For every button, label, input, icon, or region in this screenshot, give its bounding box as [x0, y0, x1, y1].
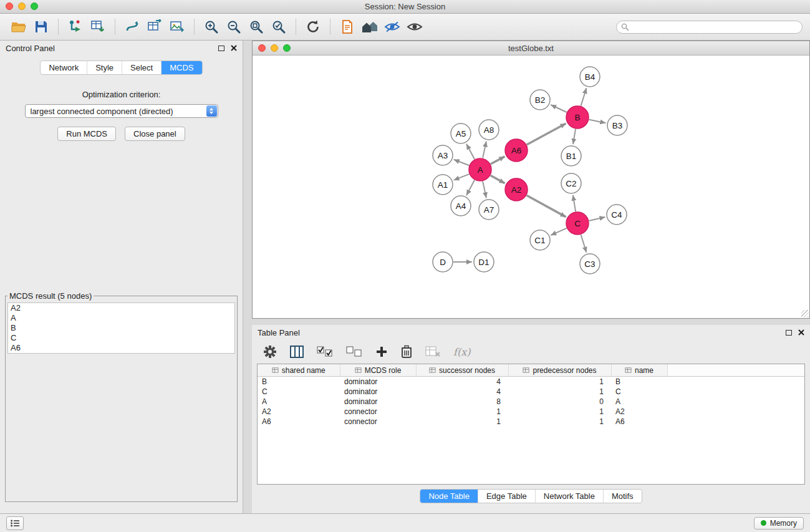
- graph-edge-A-A3[interactable]: [454, 160, 470, 165]
- graph-edge-A-A8[interactable]: [483, 142, 486, 158]
- graph-edge-A-A6[interactable]: [491, 157, 505, 164]
- tab-motifs[interactable]: Motifs: [604, 490, 642, 503]
- graph-edge-A2-C[interactable]: [527, 195, 566, 217]
- table-row[interactable]: A2connector11A2: [258, 407, 804, 417]
- open-session-button[interactable]: [7, 16, 30, 37]
- close-panel-icon[interactable]: [231, 45, 237, 51]
- zoom-fit-button[interactable]: [245, 16, 268, 37]
- tab-node-table[interactable]: Node Table: [420, 490, 478, 503]
- report-button[interactable]: [336, 16, 359, 37]
- graph-node-A6[interactable]: A6: [505, 139, 528, 162]
- graph-node-B2[interactable]: B2: [530, 90, 550, 110]
- graph-node-C4[interactable]: C4: [607, 205, 627, 225]
- close-panel-button[interactable]: Close panel: [125, 127, 185, 141]
- graph-node-A7[interactable]: A7: [479, 200, 499, 220]
- minimize-network-window-button[interactable]: [271, 44, 278, 52]
- mcds-result-list[interactable]: A2ABCA6: [7, 302, 235, 354]
- function-builder-button[interactable]: f(x): [453, 346, 470, 358]
- mcds-result-item[interactable]: B: [8, 323, 234, 333]
- graph-edge-C-C4[interactable]: [589, 217, 605, 221]
- import-network-button[interactable]: [64, 16, 87, 37]
- graph-edge-B-B2[interactable]: [551, 105, 567, 112]
- export-image-button[interactable]: [166, 16, 188, 37]
- hide-panel-button[interactable]: [381, 16, 403, 37]
- zoom-network-window-button[interactable]: [283, 44, 291, 52]
- deselect-all-button[interactable]: [346, 346, 362, 357]
- show-panel-button[interactable]: [403, 16, 426, 37]
- export-table-button[interactable]: [143, 16, 166, 37]
- tab-edge-table[interactable]: Edge Table: [478, 490, 536, 503]
- column-header-MCDS-role[interactable]: MCDS role: [340, 364, 416, 377]
- close-window-button[interactable]: [6, 2, 13, 10]
- graph-edge-A-A4[interactable]: [466, 180, 475, 195]
- graph-node-C2[interactable]: C2: [561, 173, 581, 193]
- mcds-result-item[interactable]: C: [8, 333, 234, 343]
- panel-splitter[interactable]: [243, 41, 252, 513]
- graph-node-A8[interactable]: A8: [479, 120, 499, 140]
- column-header-name[interactable]: name: [611, 364, 667, 377]
- graph-edge-A-A7[interactable]: [483, 181, 486, 198]
- run-mcds-button[interactable]: Run MCDS: [57, 127, 116, 141]
- graph-node-D[interactable]: D: [433, 252, 453, 272]
- graph-node-A4[interactable]: A4: [451, 196, 471, 216]
- column-header-predecessor-nodes[interactable]: predecessor nodes: [508, 364, 611, 377]
- graph-node-C3[interactable]: C3: [580, 254, 600, 274]
- save-session-button[interactable]: [30, 16, 52, 37]
- column-header-successor-nodes[interactable]: successor nodes: [416, 364, 508, 377]
- vertical-splitter[interactable]: [252, 319, 810, 325]
- float-panel-icon[interactable]: [218, 46, 224, 51]
- close-table-panel-icon[interactable]: [798, 329, 804, 336]
- export-network-button[interactable]: [121, 16, 143, 37]
- graph-edge-A-A5[interactable]: [466, 144, 475, 159]
- graph-edge-B-B4[interactable]: [581, 88, 587, 106]
- task-history-button[interactable]: [6, 516, 24, 530]
- graph-node-B[interactable]: B: [566, 106, 589, 128]
- tab-select[interactable]: Select: [122, 61, 162, 74]
- search-input[interactable]: [616, 21, 803, 34]
- graph-node-C1[interactable]: C1: [530, 230, 550, 250]
- tab-style[interactable]: Style: [87, 61, 122, 74]
- zoom-selected-button[interactable]: [268, 16, 290, 37]
- float-table-panel-icon[interactable]: [786, 330, 792, 336]
- network-canvas[interactable]: B4B2BB3A5A8A6B1A3AC2A1A2A4A7C4CC1C3DD1: [253, 56, 809, 318]
- memory-button[interactable]: Memory: [754, 517, 804, 530]
- table-row[interactable]: A6connector11A6: [258, 417, 804, 427]
- graph-node-A2[interactable]: A2: [505, 178, 528, 201]
- graph-node-B4[interactable]: B4: [580, 67, 600, 87]
- column-header-shared-name[interactable]: shared name: [258, 364, 340, 377]
- graph-node-B1[interactable]: B1: [561, 146, 581, 166]
- select-all-button[interactable]: [317, 346, 333, 357]
- zoom-in-button[interactable]: [200, 16, 223, 37]
- graph-node-A3[interactable]: A3: [433, 145, 453, 165]
- table-row[interactable]: Bdominator41B: [258, 377, 804, 387]
- network-graph[interactable]: B4B2BB3A5A8A6B1A3AC2A1A2A4A7C4CC1C3DD1: [253, 56, 809, 318]
- mcds-result-item[interactable]: A: [8, 313, 234, 323]
- graph-node-C[interactable]: C: [566, 212, 589, 235]
- table-row[interactable]: Cdominator41C: [258, 387, 804, 397]
- graph-node-A1[interactable]: A1: [433, 175, 453, 195]
- graph-node-B3[interactable]: B3: [607, 115, 627, 135]
- graph-edge-B-B1[interactable]: [573, 129, 576, 144]
- graph-edge-C-C3[interactable]: [581, 235, 587, 253]
- delete-table-button[interactable]: [425, 346, 440, 357]
- tab-mcds[interactable]: MCDS: [162, 61, 201, 74]
- graph-node-A5[interactable]: A5: [451, 123, 471, 143]
- zoom-out-button[interactable]: [223, 16, 245, 37]
- mcds-result-item[interactable]: A6: [8, 343, 234, 353]
- zoom-window-button[interactable]: [31, 2, 38, 10]
- graph-edge-A-A2[interactable]: [491, 175, 505, 183]
- table-row[interactable]: Adominator80A: [258, 397, 804, 407]
- add-row-button[interactable]: [375, 346, 388, 358]
- resize-grip[interactable]: [801, 310, 809, 317]
- home-button[interactable]: [359, 16, 381, 37]
- close-network-window-button[interactable]: [258, 44, 266, 52]
- graph-edge-C-C1[interactable]: [551, 228, 566, 235]
- graph-node-A[interactable]: A: [469, 158, 491, 181]
- node-table-container[interactable]: shared nameMCDS rolesuccessor nodesprede…: [257, 364, 805, 485]
- table-settings-button[interactable]: [263, 345, 277, 359]
- graph-edge-C-C2[interactable]: [573, 195, 576, 211]
- column-visibility-button[interactable]: [290, 346, 304, 358]
- mcds-result-item[interactable]: A2: [8, 303, 234, 313]
- graph-edge-A6-B[interactable]: [527, 123, 566, 145]
- minimize-window-button[interactable]: [18, 2, 26, 10]
